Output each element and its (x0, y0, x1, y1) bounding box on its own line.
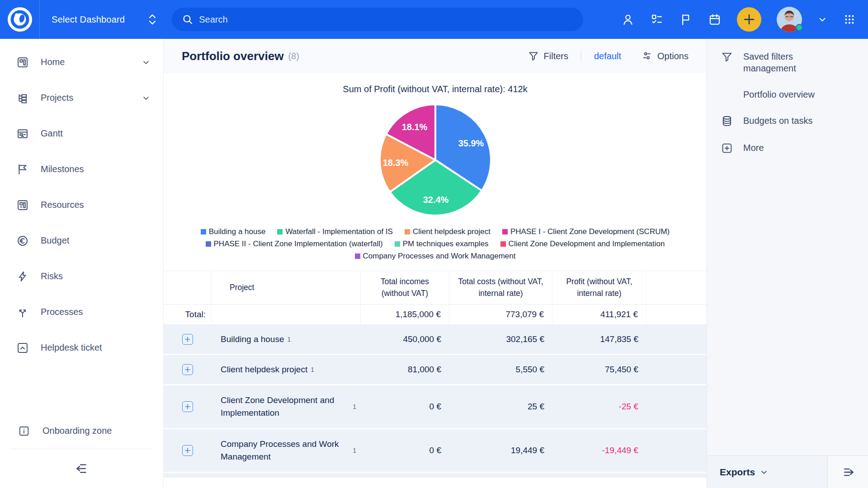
column-header-empty (646, 271, 707, 304)
legend-item[interactable]: Waterfall - Implementation of IS (277, 227, 392, 236)
legend-swatch (405, 229, 410, 235)
saved-filter-portfolio-overview[interactable]: Portfolio overview (707, 81, 868, 108)
incomes-cell: 0 € (361, 429, 449, 472)
chevron-down-icon[interactable] (142, 94, 151, 103)
dashboard-selector[interactable]: Select Dashboard (40, 13, 172, 26)
legend-item[interactable]: PHASE I - Client Zone Development (SCRUM… (502, 227, 670, 236)
sidebar-item-projects[interactable]: Projects (0, 80, 163, 116)
project-count-badge: 1 (288, 335, 291, 344)
sidebar-item-label: Helpdesk ticket (41, 343, 102, 353)
page-title: Portfolio overview (182, 49, 283, 63)
empty-cell (646, 429, 707, 472)
project-name-cell[interactable]: Company Processes and Work Management1 (212, 429, 361, 472)
expand-row-button[interactable] (182, 401, 193, 412)
milestone-flag-icon (16, 163, 29, 176)
info-icon (18, 425, 30, 437)
legend-item[interactable]: PM techniques examples (395, 239, 489, 249)
collapse-sidebar-icon[interactable] (74, 461, 90, 476)
filters-button[interactable]: Filters (528, 50, 568, 62)
table-row: Building a house1 450,000 € 302,165 € 14… (164, 325, 707, 355)
exports-bar: Exports (707, 455, 868, 488)
legend-item[interactable]: Client helpdesk project (405, 227, 491, 236)
sidebar-item-milestones[interactable]: Milestones (0, 151, 163, 187)
funnel-icon (721, 51, 733, 63)
helpdesk-icon (16, 342, 29, 354)
sidebar-item-processes[interactable]: Processes (0, 294, 163, 330)
project-name-cell[interactable]: Client helpdesk project1 (212, 355, 361, 384)
expand-panel-button[interactable] (827, 456, 868, 488)
budgets-on-tasks-item[interactable]: Budgets on tasks (707, 108, 868, 135)
legend-label: Building a house (209, 227, 266, 236)
options-button[interactable]: Options (641, 50, 689, 62)
add-button[interactable] (737, 7, 761, 32)
search-bar[interactable] (172, 8, 583, 31)
sidebar-item-risks[interactable]: Risks (0, 258, 163, 294)
legend-item[interactable]: Client Zone Development and Implementati… (500, 239, 665, 249)
legend-line: PHASE II - Client Zone Implementation (w… (164, 239, 707, 249)
panel-item-label: More (743, 142, 764, 154)
page-count: (8) (288, 51, 299, 61)
sidebar-item-home[interactable]: Home (0, 44, 163, 80)
column-header-costs[interactable]: Total costs (without VAT, internal rate) (449, 271, 552, 304)
sidebar-item-helpdesk-ticket[interactable]: Helpdesk ticket (0, 330, 163, 366)
sidebar-item-label: Budget (41, 235, 69, 246)
sidebar-item-budget[interactable]: Budget (0, 223, 163, 258)
legend-item[interactable]: Company Processes and Work Management (355, 252, 516, 261)
portfolio-table: Project Total incomes (without VAT) Tota… (164, 271, 707, 478)
legend-item[interactable]: Building a house (201, 227, 266, 236)
pie-label: 32.4% (423, 195, 448, 205)
column-header-incomes[interactable]: Total incomes (without VAT) (361, 271, 449, 304)
flag-icon[interactable] (679, 13, 693, 26)
left-sidebar: Home Projects (0, 39, 164, 488)
more-item[interactable]: More (707, 135, 868, 162)
costs-cell: 19,449 € (449, 429, 552, 472)
filter-default-link[interactable]: default (594, 51, 621, 61)
collapse-sidebar-row (0, 449, 163, 488)
legend-label: Company Processes and Work Management (363, 252, 516, 261)
costs-cell: 5,550 € (449, 355, 552, 384)
project-name: Client helpdesk project (221, 363, 307, 376)
header-actions: Filters default Options (528, 50, 689, 62)
legend-swatch (502, 229, 508, 235)
exports-button[interactable]: Exports (707, 456, 827, 488)
legend-line: Company Processes and Work Management (164, 252, 707, 261)
project-count-badge: 1 (353, 402, 356, 411)
sliders-icon (641, 50, 653, 62)
calendar-icon[interactable] (708, 13, 722, 26)
expand-row-button[interactable] (182, 364, 193, 375)
chevron-up-down-icon (146, 13, 158, 26)
expand-cell (164, 325, 212, 354)
column-header-project[interactable]: Project (212, 271, 361, 304)
fork-icon (16, 306, 29, 319)
project-name-cell[interactable]: Building a house1 (212, 325, 361, 354)
avatar-caret-down-icon[interactable] (817, 14, 827, 24)
sidebar-item-label: Resources (41, 200, 84, 210)
expand-row-button[interactable] (182, 334, 193, 345)
legend-item[interactable]: PHASE II - Client Zone Implementation (w… (206, 239, 383, 249)
chevron-down-icon[interactable] (142, 58, 151, 67)
project-name-cell[interactable]: Client Zone Development and Implementati… (212, 385, 361, 428)
search-icon (182, 14, 193, 25)
expand-row-button[interactable] (182, 445, 193, 456)
sidebar-item-gantt[interactable]: Gantt (0, 116, 163, 151)
app-logo[interactable] (0, 0, 40, 39)
sidebar-item-label: Milestones (41, 164, 84, 174)
pie-label: 18.3% (382, 158, 408, 168)
panel-item-label: Portfolio overview (743, 89, 815, 100)
saved-filters-management-item[interactable]: Saved filters management (707, 39, 868, 81)
user-icon[interactable] (621, 13, 635, 26)
search-input[interactable] (199, 14, 573, 25)
tasks-checklist-icon[interactable] (650, 13, 664, 26)
header-divider (581, 50, 581, 62)
user-avatar[interactable] (777, 7, 802, 32)
incomes-cell: 81,000 € (361, 355, 449, 384)
legend-swatch (201, 229, 206, 235)
column-header-profit[interactable]: Profit (without VAT, internal rate) (552, 271, 646, 304)
sidebar-item-onboarding-zone[interactable]: Onboarding zone (0, 413, 163, 449)
sidebar-spacer (0, 366, 163, 413)
apps-grid-icon[interactable] (843, 13, 856, 26)
header-expand-column (164, 271, 212, 304)
table-total-row: Total: 1,185,000 € 773,079 € 411,921 € (164, 305, 707, 325)
pie-chart-card: Sum of Profit (without VAT, internal rat… (164, 73, 707, 261)
sidebar-item-resources[interactable]: Resources (0, 187, 163, 223)
